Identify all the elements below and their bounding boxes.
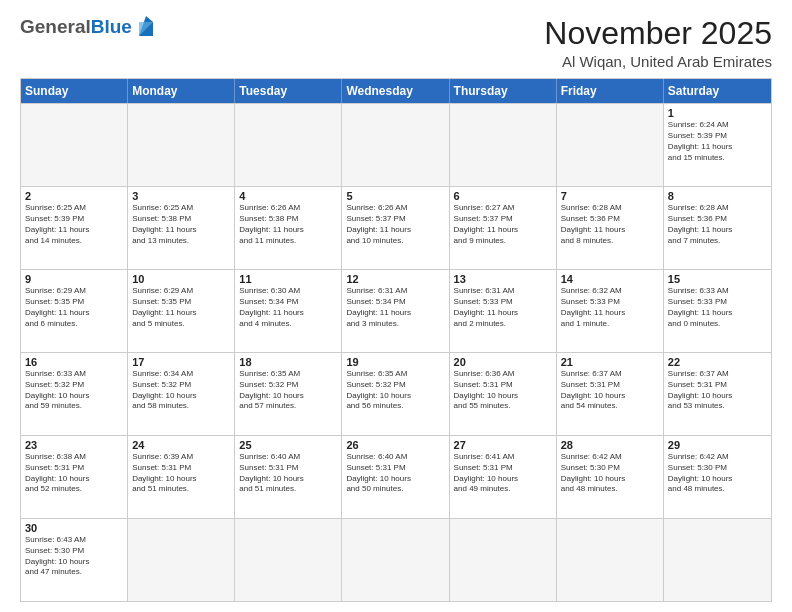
day-number: 26	[346, 439, 444, 451]
cal-cell: 10Sunrise: 6:29 AM Sunset: 5:35 PM Dayli…	[128, 270, 235, 352]
cal-cell: 8Sunrise: 6:28 AM Sunset: 5:36 PM Daylig…	[664, 187, 771, 269]
cal-row-4: 23Sunrise: 6:38 AM Sunset: 5:31 PM Dayli…	[21, 435, 771, 518]
day-info: Sunrise: 6:33 AM Sunset: 5:32 PM Dayligh…	[25, 369, 123, 412]
calendar: SundayMondayTuesdayWednesdayThursdayFrid…	[20, 78, 772, 602]
cal-cell: 4Sunrise: 6:26 AM Sunset: 5:38 PM Daylig…	[235, 187, 342, 269]
logo: General Blue	[20, 16, 157, 38]
day-info: Sunrise: 6:31 AM Sunset: 5:33 PM Dayligh…	[454, 286, 552, 329]
cal-header-sunday: Sunday	[21, 79, 128, 103]
day-number: 5	[346, 190, 444, 202]
cal-row-2: 9Sunrise: 6:29 AM Sunset: 5:35 PM Daylig…	[21, 269, 771, 352]
day-info: Sunrise: 6:35 AM Sunset: 5:32 PM Dayligh…	[239, 369, 337, 412]
day-number: 2	[25, 190, 123, 202]
logo-blue: Blue	[91, 16, 132, 38]
cal-cell	[557, 104, 664, 186]
day-number: 8	[668, 190, 767, 202]
day-info: Sunrise: 6:26 AM Sunset: 5:38 PM Dayligh…	[239, 203, 337, 246]
day-info: Sunrise: 6:28 AM Sunset: 5:36 PM Dayligh…	[668, 203, 767, 246]
cal-row-3: 16Sunrise: 6:33 AM Sunset: 5:32 PM Dayli…	[21, 352, 771, 435]
day-number: 27	[454, 439, 552, 451]
cal-header-saturday: Saturday	[664, 79, 771, 103]
cal-cell: 26Sunrise: 6:40 AM Sunset: 5:31 PM Dayli…	[342, 436, 449, 518]
cal-cell: 28Sunrise: 6:42 AM Sunset: 5:30 PM Dayli…	[557, 436, 664, 518]
cal-cell: 13Sunrise: 6:31 AM Sunset: 5:33 PM Dayli…	[450, 270, 557, 352]
day-number: 21	[561, 356, 659, 368]
day-info: Sunrise: 6:27 AM Sunset: 5:37 PM Dayligh…	[454, 203, 552, 246]
day-info: Sunrise: 6:35 AM Sunset: 5:32 PM Dayligh…	[346, 369, 444, 412]
cal-cell: 11Sunrise: 6:30 AM Sunset: 5:34 PM Dayli…	[235, 270, 342, 352]
cal-cell	[128, 519, 235, 601]
cal-cell: 14Sunrise: 6:32 AM Sunset: 5:33 PM Dayli…	[557, 270, 664, 352]
day-info: Sunrise: 6:42 AM Sunset: 5:30 PM Dayligh…	[668, 452, 767, 495]
day-info: Sunrise: 6:37 AM Sunset: 5:31 PM Dayligh…	[561, 369, 659, 412]
day-info: Sunrise: 6:25 AM Sunset: 5:39 PM Dayligh…	[25, 203, 123, 246]
cal-cell	[21, 104, 128, 186]
day-info: Sunrise: 6:38 AM Sunset: 5:31 PM Dayligh…	[25, 452, 123, 495]
day-info: Sunrise: 6:31 AM Sunset: 5:34 PM Dayligh…	[346, 286, 444, 329]
day-info: Sunrise: 6:42 AM Sunset: 5:30 PM Dayligh…	[561, 452, 659, 495]
cal-row-1: 2Sunrise: 6:25 AM Sunset: 5:39 PM Daylig…	[21, 186, 771, 269]
cal-cell: 20Sunrise: 6:36 AM Sunset: 5:31 PM Dayli…	[450, 353, 557, 435]
day-number: 7	[561, 190, 659, 202]
cal-cell: 16Sunrise: 6:33 AM Sunset: 5:32 PM Dayli…	[21, 353, 128, 435]
day-info: Sunrise: 6:40 AM Sunset: 5:31 PM Dayligh…	[239, 452, 337, 495]
cal-cell: 5Sunrise: 6:26 AM Sunset: 5:37 PM Daylig…	[342, 187, 449, 269]
cal-cell: 12Sunrise: 6:31 AM Sunset: 5:34 PM Dayli…	[342, 270, 449, 352]
cal-cell: 23Sunrise: 6:38 AM Sunset: 5:31 PM Dayli…	[21, 436, 128, 518]
cal-header-monday: Monday	[128, 79, 235, 103]
cal-cell: 19Sunrise: 6:35 AM Sunset: 5:32 PM Dayli…	[342, 353, 449, 435]
cal-cell: 2Sunrise: 6:25 AM Sunset: 5:39 PM Daylig…	[21, 187, 128, 269]
cal-header-tuesday: Tuesday	[235, 79, 342, 103]
page-header: General Blue November 2025 Al Wiqan, Uni…	[20, 16, 772, 70]
day-number: 28	[561, 439, 659, 451]
cal-cell	[664, 519, 771, 601]
cal-cell	[128, 104, 235, 186]
cal-cell	[557, 519, 664, 601]
day-number: 10	[132, 273, 230, 285]
cal-cell: 3Sunrise: 6:25 AM Sunset: 5:38 PM Daylig…	[128, 187, 235, 269]
day-info: Sunrise: 6:29 AM Sunset: 5:35 PM Dayligh…	[132, 286, 230, 329]
day-number: 19	[346, 356, 444, 368]
cal-cell	[235, 104, 342, 186]
day-number: 15	[668, 273, 767, 285]
day-info: Sunrise: 6:28 AM Sunset: 5:36 PM Dayligh…	[561, 203, 659, 246]
day-number: 20	[454, 356, 552, 368]
day-number: 12	[346, 273, 444, 285]
day-number: 25	[239, 439, 337, 451]
day-info: Sunrise: 6:40 AM Sunset: 5:31 PM Dayligh…	[346, 452, 444, 495]
cal-cell: 18Sunrise: 6:35 AM Sunset: 5:32 PM Dayli…	[235, 353, 342, 435]
cal-cell	[450, 104, 557, 186]
day-info: Sunrise: 6:34 AM Sunset: 5:32 PM Dayligh…	[132, 369, 230, 412]
calendar-header: SundayMondayTuesdayWednesdayThursdayFrid…	[21, 79, 771, 103]
cal-cell: 30Sunrise: 6:43 AM Sunset: 5:30 PM Dayli…	[21, 519, 128, 601]
month-title: November 2025	[544, 16, 772, 51]
cal-cell: 29Sunrise: 6:42 AM Sunset: 5:30 PM Dayli…	[664, 436, 771, 518]
cal-cell: 27Sunrise: 6:41 AM Sunset: 5:31 PM Dayli…	[450, 436, 557, 518]
day-info: Sunrise: 6:32 AM Sunset: 5:33 PM Dayligh…	[561, 286, 659, 329]
day-info: Sunrise: 6:24 AM Sunset: 5:39 PM Dayligh…	[668, 120, 767, 163]
day-number: 18	[239, 356, 337, 368]
day-info: Sunrise: 6:39 AM Sunset: 5:31 PM Dayligh…	[132, 452, 230, 495]
cal-cell	[342, 519, 449, 601]
day-info: Sunrise: 6:29 AM Sunset: 5:35 PM Dayligh…	[25, 286, 123, 329]
day-number: 23	[25, 439, 123, 451]
day-number: 16	[25, 356, 123, 368]
cal-cell: 9Sunrise: 6:29 AM Sunset: 5:35 PM Daylig…	[21, 270, 128, 352]
day-number: 3	[132, 190, 230, 202]
cal-header-wednesday: Wednesday	[342, 79, 449, 103]
location: Al Wiqan, United Arab Emirates	[544, 53, 772, 70]
day-info: Sunrise: 6:36 AM Sunset: 5:31 PM Dayligh…	[454, 369, 552, 412]
cal-row-5: 30Sunrise: 6:43 AM Sunset: 5:30 PM Dayli…	[21, 518, 771, 601]
day-info: Sunrise: 6:25 AM Sunset: 5:38 PM Dayligh…	[132, 203, 230, 246]
day-number: 17	[132, 356, 230, 368]
day-info: Sunrise: 6:30 AM Sunset: 5:34 PM Dayligh…	[239, 286, 337, 329]
cal-cell: 15Sunrise: 6:33 AM Sunset: 5:33 PM Dayli…	[664, 270, 771, 352]
day-number: 22	[668, 356, 767, 368]
cal-cell: 1Sunrise: 6:24 AM Sunset: 5:39 PM Daylig…	[664, 104, 771, 186]
logo-general: General	[20, 16, 91, 38]
cal-cell: 25Sunrise: 6:40 AM Sunset: 5:31 PM Dayli…	[235, 436, 342, 518]
calendar-body: 1Sunrise: 6:24 AM Sunset: 5:39 PM Daylig…	[21, 103, 771, 601]
cal-cell	[450, 519, 557, 601]
day-number: 24	[132, 439, 230, 451]
cal-cell: 22Sunrise: 6:37 AM Sunset: 5:31 PM Dayli…	[664, 353, 771, 435]
